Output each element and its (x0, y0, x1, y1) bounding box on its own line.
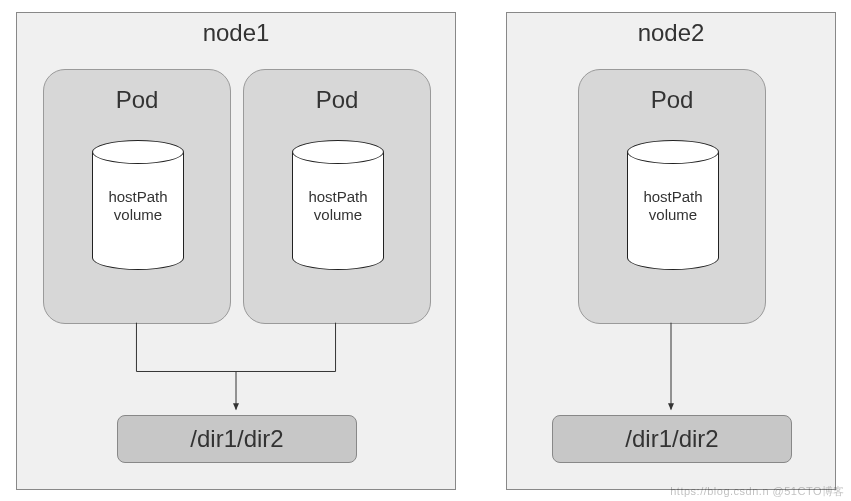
node1-pod-a-volume-cylinder: hostPath volume (92, 140, 184, 270)
volume-label-line2: volume (114, 206, 162, 223)
node2-box: node2 Pod hostPath volume /dir1/dir2 (506, 12, 836, 490)
node2-pod-c-volume-label: hostPath volume (627, 188, 719, 224)
node2-pod-c: Pod hostPath volume (578, 69, 766, 324)
node1-pod-a-volume-label: hostPath volume (92, 188, 184, 224)
watermark-text: https://blog.csdn.n @51CTO博客 (670, 484, 845, 499)
node1-box: node1 Pod hostPath volume Pod hostPath v… (16, 12, 456, 490)
node1-pod-a: Pod hostPath volume (43, 69, 231, 324)
node2-pod-c-title: Pod (579, 86, 765, 114)
volume-label-line2: volume (649, 206, 697, 223)
volume-label-line1: hostPath (308, 188, 367, 205)
node1-pod-b-title: Pod (244, 86, 430, 114)
node2-pod-c-volume-cylinder: hostPath volume (627, 140, 719, 270)
node2-dir-box: /dir1/dir2 (552, 415, 792, 463)
volume-label-line2: volume (314, 206, 362, 223)
node1-title: node1 (17, 19, 455, 47)
node2-title: node2 (507, 19, 835, 47)
node1-pod-b: Pod hostPath volume (243, 69, 431, 324)
node1-pod-a-title: Pod (44, 86, 230, 114)
node2-dir-path: /dir1/dir2 (625, 425, 718, 453)
volume-label-line1: hostPath (643, 188, 702, 205)
node1-pod-b-volume-label: hostPath volume (292, 188, 384, 224)
node1-dir-box: /dir1/dir2 (117, 415, 357, 463)
node1-dir-path: /dir1/dir2 (190, 425, 283, 453)
node1-pod-b-volume-cylinder: hostPath volume (292, 140, 384, 270)
volume-label-line1: hostPath (108, 188, 167, 205)
